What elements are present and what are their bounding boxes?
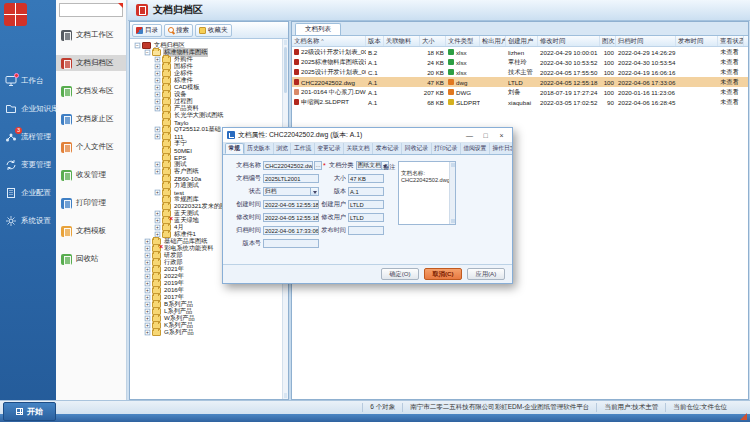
expand-icon[interactable]: +	[145, 323, 151, 329]
minimize-button[interactable]: —	[463, 132, 476, 139]
expand-icon[interactable]: +	[145, 302, 151, 308]
expand-icon[interactable]: +	[145, 288, 151, 294]
column-header-4[interactable]: 大小	[420, 36, 446, 46]
scroll-thumb[interactable]	[284, 47, 287, 93]
table-row[interactable]: 22级设计开发计划表_002.xlsxB.218 KBxlsxlizhen202…	[292, 47, 748, 57]
expand-icon[interactable]: +	[155, 225, 161, 231]
sidebar-item-3[interactable]: 3流程管理	[5, 130, 56, 144]
module-item-3[interactable]: 文档发布区	[56, 83, 126, 99]
expand-icon[interactable]: +	[155, 57, 161, 63]
column-header-9[interactable]: 图次	[600, 36, 616, 46]
module-item-9[interactable]: 回收站	[56, 251, 126, 267]
module-item-4[interactable]: 文档废止区	[56, 111, 126, 127]
column-header-10[interactable]: 归档时间	[616, 36, 676, 46]
tree-node[interactable]: +设备	[132, 91, 288, 98]
expand-icon[interactable]: +	[145, 281, 151, 287]
module-search-input[interactable]	[60, 10, 122, 22]
expand-icon[interactable]: +	[145, 253, 151, 259]
tree-node[interactable]: +过程图	[132, 98, 288, 105]
dialog-tab-1[interactable]: 常规	[225, 143, 244, 154]
dialog-tab-6[interactable]: 关联文档	[343, 143, 372, 154]
column-header-7[interactable]: 创建用户	[506, 36, 538, 46]
close-button[interactable]: ×	[495, 132, 508, 139]
expand-icon[interactable]: +	[145, 316, 151, 322]
tree-node[interactable]: 长光华大测试图纸	[132, 112, 288, 119]
dialog-tab-9[interactable]: 打印记录	[431, 143, 460, 154]
expand-icon[interactable]: +	[155, 64, 161, 70]
status-select[interactable]: 归档	[263, 187, 319, 196]
start-button[interactable]: 开始	[3, 402, 56, 421]
browse-button[interactable]: …	[314, 161, 322, 170]
dialog-tab-5[interactable]: 变更记录	[314, 143, 343, 154]
expand-icon[interactable]: +	[145, 260, 151, 266]
doc-number-field[interactable]: 2025LTL2001	[263, 174, 319, 183]
toolbar-button-3[interactable]: 收藏夹	[195, 24, 232, 37]
column-header-6[interactable]: 检出用户	[480, 36, 506, 46]
tree-node[interactable]: +国标件	[132, 63, 288, 70]
maximize-button[interactable]: □	[479, 132, 492, 139]
resize-grip[interactable]	[740, 413, 747, 420]
expand-icon[interactable]: +	[155, 92, 161, 98]
expand-icon[interactable]: +	[155, 134, 161, 140]
tree-node[interactable]: +企标件	[132, 70, 288, 77]
column-header-2[interactable]: 版本	[366, 36, 384, 46]
expand-icon[interactable]: +	[155, 190, 161, 196]
expand-icon[interactable]: +	[155, 211, 161, 217]
tree-node[interactable]: −标准物料库图纸	[132, 49, 288, 56]
expand-icon[interactable]: +	[145, 267, 151, 273]
column-header-1[interactable]: 文档名称^	[292, 36, 366, 46]
note-scrollbar[interactable]	[449, 162, 455, 224]
expand-icon[interactable]: +	[155, 127, 161, 133]
module-item-7[interactable]: 打印管理	[56, 195, 126, 211]
apply-button[interactable]: 应用(A)	[467, 268, 505, 280]
table-row[interactable]: 申缩阀2.SLDPRTA.168 KBSLDPRTxiaqubai2022-03…	[292, 97, 748, 107]
toolbar-button-1[interactable]: 目录	[132, 24, 162, 37]
table-row[interactable]: CHC22042502.dwgA.147 KBdwgLTLD2022-04-05…	[292, 77, 748, 87]
expand-icon[interactable]: +	[145, 239, 151, 245]
scroll-up-icon[interactable]	[284, 40, 287, 45]
expand-icon[interactable]: +	[155, 162, 161, 168]
scroll-down-icon[interactable]	[284, 393, 287, 398]
table-row[interactable]: 2025标准物料库图纸设计开...A.124 KBxlsx覃桂玲2022-04-…	[292, 57, 748, 67]
column-header-3[interactable]: 关联物料	[384, 36, 420, 46]
column-header-5[interactable]: 文件类型	[446, 36, 480, 46]
expand-icon[interactable]: +	[145, 295, 151, 301]
ok-button[interactable]: 确定(O)	[381, 268, 419, 280]
sidebar-item-2[interactable]: 企业知识库	[5, 102, 56, 116]
module-item-8[interactable]: 文档模板	[56, 223, 126, 239]
dialog-tab-8[interactable]: 回收记录	[401, 143, 430, 154]
collapse-icon[interactable]: −	[135, 43, 141, 49]
module-item-5[interactable]: 个人文件区	[56, 139, 126, 155]
expand-icon[interactable]: +	[145, 309, 151, 315]
sidebar-item-1[interactable]: 工作台	[5, 74, 56, 88]
module-item-1[interactable]: 文档工作区	[56, 27, 126, 43]
note-textarea[interactable]: 文档名称: CHC22042502.dwg	[398, 161, 456, 225]
chevron-down-icon[interactable]	[310, 188, 317, 195]
tree-node[interactable]: +CAD模板	[132, 84, 288, 91]
sidebar-item-6[interactable]: 系统设置	[5, 214, 56, 228]
expand-icon[interactable]: +	[155, 99, 161, 105]
column-header-8[interactable]: 修改时间	[538, 36, 600, 46]
module-item-2[interactable]: 文档归档区	[56, 55, 126, 71]
tab-document-list[interactable]: 文档列表	[295, 23, 341, 35]
dialog-titlebar[interactable]: 文档属性: CHC22042502.dwg (版本: A.1) — □ ×	[223, 128, 512, 143]
sidebar-item-4[interactable]: 变更管理	[5, 158, 56, 172]
tree-node[interactable]: +G系列产品	[132, 329, 288, 336]
table-row[interactable]: 2025设计开发计划表_000001...C.120 KBxlsx技术主管202…	[292, 67, 748, 77]
expand-icon[interactable]: +	[155, 169, 161, 175]
dialog-tab-11[interactable]: 操作日志	[489, 143, 512, 154]
dialog-tab-7[interactable]: 发布记录	[372, 143, 401, 154]
dialog-tab-10[interactable]: 借阅设置	[460, 143, 489, 154]
sidebar-item-5[interactable]: 企业配置	[5, 186, 56, 200]
expand-icon[interactable]: +	[155, 78, 161, 84]
expand-icon[interactable]: +	[145, 246, 151, 252]
module-item-6[interactable]: 收发管理	[56, 167, 126, 183]
expand-icon[interactable]: +	[155, 85, 161, 91]
column-header-12[interactable]: 查看状态	[718, 36, 744, 46]
doc-name-field[interactable]: CHC22042502.dwg	[263, 161, 313, 170]
expand-icon[interactable]: +	[155, 218, 161, 224]
dialog-tab-4[interactable]: 工作流	[290, 143, 313, 154]
column-header-11[interactable]: 发布时间	[676, 36, 718, 46]
dialog-tab-3[interactable]: 浏览	[273, 143, 291, 154]
cancel-button[interactable]: 取消(C)	[424, 268, 462, 280]
